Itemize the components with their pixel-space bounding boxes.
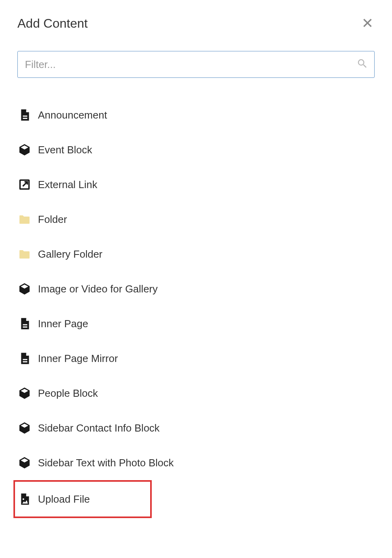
close-button[interactable]: [360, 16, 375, 31]
content-item-label: Inner Page Mirror: [38, 353, 118, 365]
content-item-label: Announcement: [38, 109, 107, 121]
page-icon: [17, 108, 32, 122]
content-item-label: Upload File: [38, 493, 90, 505]
close-icon: [362, 24, 373, 30]
external-link-icon: [17, 177, 32, 192]
page-icon: [17, 317, 32, 331]
svg-rect-9: [23, 361, 27, 362]
content-item-label: Event Block: [38, 144, 92, 156]
content-item-sidebar-contact-info-block[interactable]: Sidebar Contact Info Block: [17, 411, 375, 445]
content-item-inner-page[interactable]: Inner Page: [17, 306, 375, 341]
svg-rect-6: [23, 324, 27, 325]
content-item-label: Image or Video for Gallery: [38, 283, 158, 295]
content-item-label: Sidebar Text with Photo Block: [38, 457, 173, 469]
svg-point-10: [23, 498, 24, 500]
content-item-folder[interactable]: Folder: [17, 202, 375, 237]
cube-icon: [17, 456, 32, 470]
content-item-label: Sidebar Contact Info Block: [38, 422, 160, 434]
content-item-event-block[interactable]: Event Block: [17, 132, 375, 167]
content-item-announcement[interactable]: Announcement: [17, 98, 375, 132]
content-item-label: External Link: [38, 179, 97, 191]
content-item-external-link[interactable]: External Link: [17, 167, 375, 202]
svg-rect-2: [23, 115, 27, 117]
svg-rect-8: [23, 359, 27, 360]
content-item-label: Inner Page: [38, 318, 88, 330]
content-item-label: Folder: [38, 213, 67, 226]
content-type-list: AnnouncementEvent BlockExternal LinkFold…: [17, 98, 375, 518]
svg-rect-7: [23, 326, 27, 328]
filter-input[interactable]: [17, 51, 375, 78]
cube-icon: [17, 386, 32, 400]
dialog-title: Add Content: [17, 16, 88, 31]
cube-icon: [17, 143, 32, 157]
add-content-dialog: Add Content AnnouncementEvent BlockExter…: [0, 0, 392, 534]
search-icon: [356, 58, 368, 71]
folder-icon: [17, 247, 32, 261]
cube-icon: [17, 421, 32, 435]
content-item-sidebar-text-with-photo-block[interactable]: Sidebar Text with Photo Block: [17, 445, 375, 480]
svg-rect-3: [23, 118, 27, 119]
content-item-label: People Block: [38, 387, 98, 400]
content-item-gallery-folder[interactable]: Gallery Folder: [17, 237, 375, 271]
page-icon: [17, 351, 32, 366]
dialog-header: Add Content: [17, 16, 375, 31]
content-item-inner-page-mirror[interactable]: Inner Page Mirror: [17, 341, 375, 376]
filter-wrapper: [17, 51, 375, 78]
content-item-image-or-video-for-gallery[interactable]: Image or Video for Gallery: [17, 271, 375, 306]
cube-icon: [17, 282, 32, 296]
content-item-people-block[interactable]: People Block: [17, 376, 375, 411]
content-item-label: Gallery Folder: [38, 248, 102, 260]
upload-image-icon: [17, 492, 32, 506]
folder-icon: [17, 212, 32, 226]
content-item-upload-file[interactable]: Upload File: [13, 480, 152, 518]
